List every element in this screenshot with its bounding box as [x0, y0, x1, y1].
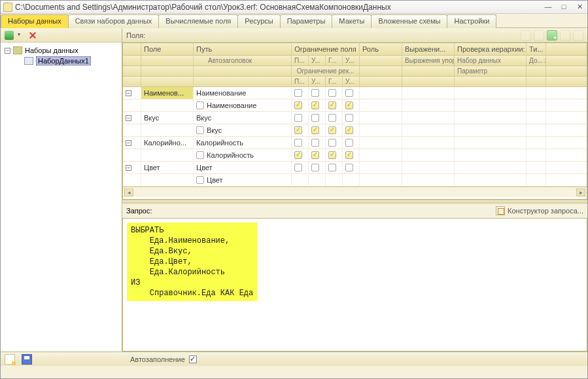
toolbar-icon-2[interactable] [534, 30, 544, 41]
checkbox[interactable] [328, 139, 336, 147]
field-cell[interactable]: Цвет [141, 162, 194, 173]
query-builder-button[interactable]: Конструктор запроса... [496, 206, 583, 215]
table-subrow[interactable]: Вкус [123, 124, 587, 137]
tab-nested-schemas[interactable]: Вложенные схемы [371, 14, 447, 28]
col-do: До... зна... [527, 56, 546, 65]
checkbox[interactable] [328, 89, 336, 97]
datasets-tree[interactable]: − Наборы данных НаборДанных1 [1, 43, 122, 352]
footer-bar: Автозаполнение [1, 352, 587, 366]
path-cell[interactable]: Вкус [194, 112, 292, 124]
save-icon[interactable] [22, 354, 32, 365]
col-restriction-field: Ограничение поля [292, 43, 360, 55]
checkbox[interactable] [294, 114, 302, 122]
checkbox-checked[interactable] [294, 151, 302, 159]
checkbox[interactable] [294, 164, 302, 171]
tab-dataset-links[interactable]: Связи наборов данных [68, 14, 160, 28]
checkbox[interactable] [196, 126, 204, 134]
new-file-icon[interactable] [5, 354, 15, 365]
field-cell[interactable]: Вкус [141, 112, 194, 124]
checkbox[interactable] [196, 176, 204, 184]
add-field-icon[interactable] [547, 30, 557, 41]
close-button[interactable]: ✕ [574, 3, 585, 11]
collapse-icon[interactable]: − [126, 140, 131, 146]
add-dataset-icon[interactable] [5, 31, 14, 40]
tab-parameters[interactable]: Параметры [280, 14, 333, 28]
col-dataset: Набор данных [455, 56, 527, 65]
checkbox-checked[interactable] [311, 151, 319, 159]
tree-root[interactable]: − Наборы данных [2, 45, 120, 56]
checkbox[interactable] [345, 164, 353, 171]
field-cell[interactable]: Наименов... [141, 87, 194, 99]
checkbox[interactable] [345, 114, 353, 122]
checkbox[interactable] [294, 139, 302, 147]
grid-header-row-2: Автозаголовок П... У... Г... У... Выраже… [123, 56, 587, 66]
checkbox[interactable] [328, 114, 336, 122]
checkbox-checked[interactable] [328, 101, 336, 109]
tab-datasets[interactable]: Наборы данных [1, 14, 69, 28]
checkbox-checked[interactable] [345, 126, 353, 134]
checkbox-checked[interactable] [294, 101, 302, 109]
checkbox[interactable] [311, 139, 319, 147]
checkbox[interactable] [294, 89, 302, 97]
folder-icon [13, 46, 22, 54]
maximize-button[interactable]: □ [559, 3, 569, 11]
collapse-icon[interactable]: − [126, 115, 131, 121]
autoheader-cell[interactable]: Вкус [194, 124, 292, 136]
toolbar-icon-1[interactable] [521, 30, 531, 41]
checkbox-checked[interactable] [345, 101, 353, 109]
app-icon [3, 3, 12, 12]
table-row[interactable]: −Калорийно...Калорийность [123, 137, 587, 149]
autoheader-cell[interactable]: Калорийность [194, 149, 292, 161]
checkbox[interactable] [345, 139, 353, 147]
path-cell[interactable]: Цвет [194, 162, 292, 173]
tree-item-dataset1[interactable]: НаборДанных1 [2, 56, 120, 66]
checkbox[interactable] [196, 101, 204, 109]
checkbox-checked[interactable] [294, 126, 302, 134]
checkbox-checked[interactable] [345, 151, 353, 159]
checkbox-checked[interactable] [328, 126, 336, 134]
tab-templates[interactable]: Макеты [332, 14, 372, 28]
minimize-button[interactable]: — [543, 3, 553, 11]
table-row[interactable]: −ЦветЦвет [123, 162, 587, 174]
query-text-area[interactable]: ВЫБРАТЬ Еда.Наименование, Еда.Вкус, Еда.… [122, 218, 587, 352]
expand-icon[interactable]: − [5, 48, 10, 54]
table-subrow[interactable]: Цвет [123, 174, 587, 187]
horizontal-scrollbar[interactable]: ◂ ▸ [123, 187, 587, 197]
fields-grid[interactable]: Поле Путь Ограничение поля Роль Выражени… [122, 43, 587, 200]
toolbar-icon-5[interactable] [573, 30, 583, 41]
scroll-right-icon[interactable]: ▸ [576, 189, 585, 196]
autoheader-cell[interactable]: Цвет [194, 174, 292, 186]
collapse-icon[interactable]: − [126, 165, 131, 171]
toolbar-icon-4[interactable] [560, 30, 570, 41]
checkbox[interactable] [328, 164, 336, 171]
table-icon [24, 57, 33, 65]
checkbox[interactable] [311, 164, 319, 171]
scroll-left-icon[interactable]: ◂ [124, 189, 133, 196]
autofill-control[interactable]: Автозаполнение [130, 355, 197, 363]
collapse-icon[interactable]: − [126, 90, 131, 96]
checkbox[interactable] [311, 89, 319, 97]
checkbox-checked[interactable] [328, 151, 336, 159]
grid-body[interactable]: −Наименов...Наименование Наименование−Вк… [123, 87, 587, 187]
checkbox[interactable] [311, 114, 319, 122]
tab-settings[interactable]: Настройки [447, 14, 496, 28]
table-subrow[interactable]: Наименование [123, 99, 587, 112]
tab-resources[interactable]: Ресурсы [237, 14, 280, 28]
col-restriction-rec: Ограничение рек... [292, 66, 360, 76]
table-subrow[interactable]: Калорийность [123, 149, 587, 162]
checkbox-checked[interactable] [311, 101, 319, 109]
table-row[interactable]: −Наименов...Наименование [123, 87, 587, 99]
col-hierarchy: Проверка иерархии: [455, 43, 527, 55]
delete-dataset-icon[interactable] [28, 31, 37, 40]
table-row[interactable]: −ВкусВкус [123, 112, 587, 124]
path-cell[interactable]: Калорийность [194, 137, 292, 149]
query-text[interactable]: ВЫБРАТЬ Еда.Наименование, Еда.Вкус, Еда.… [127, 223, 257, 301]
autoheader-cell[interactable]: Наименование [194, 99, 292, 111]
tab-calculated-fields[interactable]: Вычисляемые поля [158, 14, 238, 28]
path-cell[interactable]: Наименование [194, 87, 292, 99]
checkbox[interactable] [196, 151, 204, 159]
autofill-checkbox[interactable] [189, 355, 197, 363]
field-cell[interactable]: Калорийно... [141, 137, 194, 149]
checkbox[interactable] [345, 89, 353, 97]
checkbox-checked[interactable] [311, 126, 319, 134]
